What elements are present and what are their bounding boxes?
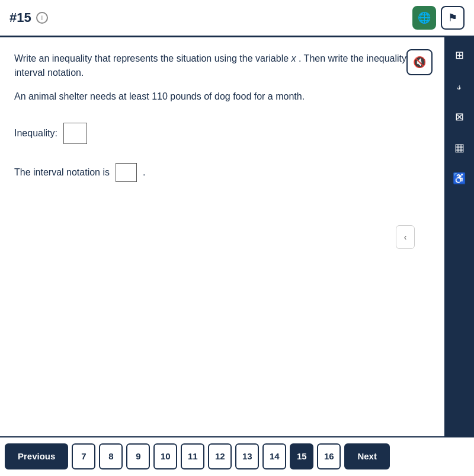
chevron-left-icon: ‹: [404, 232, 407, 242]
problem-statement: An animal shelter needs at least 110 pou…: [14, 90, 433, 104]
instruction-text: Write an inequality that represents the …: [14, 52, 433, 80]
page-button-11[interactable]: 11: [181, 443, 204, 469]
question-area: 🔇 Write an inequality that represents th…: [0, 37, 444, 436]
page-button-12[interactable]: 12: [208, 443, 232, 469]
info-icon[interactable]: i: [36, 12, 48, 24]
inequality-input[interactable]: [63, 123, 87, 144]
calendar-icon-button[interactable]: ▦: [449, 137, 470, 158]
accessibility-icon: ♿: [453, 172, 466, 185]
globe-icon: 🌐: [418, 11, 431, 24]
header-right: 🌐 ⚑: [412, 6, 465, 30]
bottom-nav: Previous 78910111213141516 Next: [0, 436, 474, 475]
collapse-button[interactable]: ‹: [396, 225, 415, 249]
period: .: [143, 167, 145, 178]
page-button-7[interactable]: 7: [72, 443, 95, 469]
inequality-label: Inequality:: [14, 128, 57, 139]
globe-button[interactable]: 🌐: [412, 6, 436, 30]
flag-button[interactable]: ⚑: [441, 6, 465, 30]
interval-label: The interval notation is: [14, 167, 110, 178]
page-button-15[interactable]: 15: [290, 443, 313, 469]
interval-row: The interval notation is .: [14, 163, 433, 182]
calculator-icon: ⊞: [455, 49, 464, 62]
page-button-14[interactable]: 14: [262, 443, 286, 469]
flag-icon: ⚑: [448, 11, 457, 24]
speaker-button[interactable]: 🔇: [406, 49, 433, 75]
inequality-row: Inequality:: [14, 123, 433, 144]
page-button-9[interactable]: 9: [126, 443, 150, 469]
calendar-icon: ▦: [454, 141, 465, 154]
header-left: #15 i: [9, 10, 48, 25]
handwriting-icon-button[interactable]: 𝓈: [449, 75, 470, 97]
right-sidebar: ⊞ 𝓈 ⊠ ▦ ♿: [444, 37, 474, 436]
page-button-10[interactable]: 10: [153, 443, 177, 469]
page-buttons: 78910111213141516: [72, 443, 341, 469]
next-button[interactable]: Next: [344, 443, 390, 469]
interval-input[interactable]: [116, 163, 137, 182]
header: #15 i 🌐 ⚑: [0, 0, 474, 37]
handwriting-icon: 𝓈: [457, 80, 461, 92]
page-button-8[interactable]: 8: [99, 443, 123, 469]
page-button-16[interactable]: 16: [317, 443, 341, 469]
speaker-icon: 🔇: [413, 56, 426, 69]
image-icon: ⊠: [455, 110, 464, 123]
previous-button[interactable]: Previous: [5, 443, 68, 469]
image-icon-button[interactable]: ⊠: [449, 106, 470, 127]
problem-number: #15: [9, 10, 31, 25]
page-button-13[interactable]: 13: [235, 443, 259, 469]
variable-x: x: [292, 53, 299, 63]
accessibility-icon-button[interactable]: ♿: [449, 168, 470, 189]
calculator-icon-button[interactable]: ⊞: [449, 44, 470, 66]
